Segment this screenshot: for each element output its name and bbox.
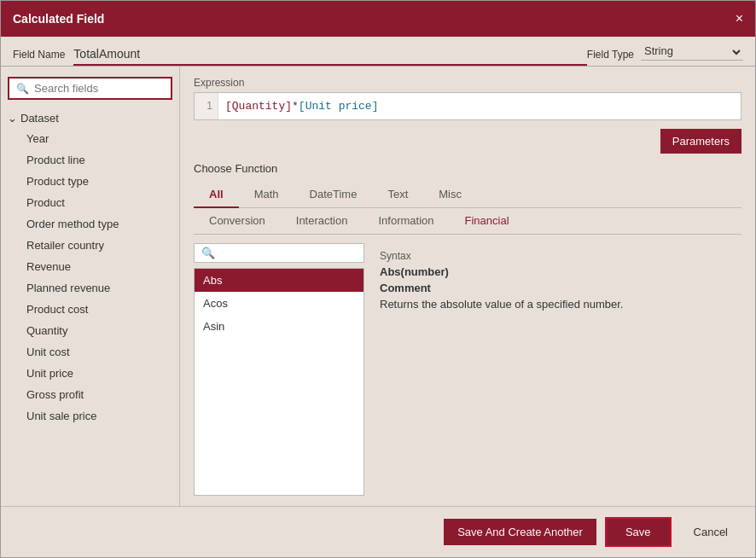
function-list-panel: 🔍 Abs Acos Asin [194, 243, 364, 496]
field-type-label: Field Type [587, 49, 634, 61]
title-bar: Calculated Field × [1, 1, 755, 37]
field-type-select[interactable]: String Integer Float Date Boolean [641, 44, 743, 61]
function-detail: Syntax Abs(number) Comment Returns the a… [373, 243, 741, 496]
field-name-label: Field Name [13, 49, 65, 66]
line-numbers: 1 [195, 93, 218, 119]
chevron-down-icon: ⌄ [8, 112, 17, 125]
tab-all[interactable]: All [194, 182, 239, 208]
save-button[interactable]: Save [605, 517, 672, 547]
expression-editor: 1 [Quantity]*[Unit price] [194, 92, 741, 120]
dialog-title: Calculated Field [13, 12, 104, 26]
syntax-label: Syntax [380, 250, 735, 262]
field-item[interactable]: Gross profit [8, 386, 172, 404]
tab-text[interactable]: Text [372, 182, 423, 208]
func-search-input[interactable] [218, 247, 357, 259]
func-list: Abs Acos Asin [194, 268, 364, 496]
field-item[interactable]: Planned revenue [8, 279, 172, 297]
expression-content[interactable]: [Quantity]*[Unit price] [218, 93, 741, 119]
dataset-header[interactable]: ⌄ Dataset [8, 110, 172, 126]
field-type-section: Field Type String Integer Float Date Boo… [587, 44, 743, 66]
func-item-acos[interactable]: Acos [195, 292, 363, 315]
syntax-value: Abs(number) [380, 265, 735, 278]
function-description: Returns the absolute value of a specifie… [380, 298, 735, 311]
expression-unit-price: [Unit price] [299, 100, 379, 113]
func-item-abs[interactable]: Abs [195, 269, 363, 292]
right-panel: Expression 1 [Quantity]*[Unit price] Par… [180, 67, 755, 506]
field-item[interactable]: Product line [8, 151, 172, 169]
field-name-input[interactable] [73, 47, 586, 66]
func-item-asin[interactable]: Asin [195, 315, 363, 338]
save-and-create-button[interactable]: Save And Create Another [444, 519, 596, 545]
dataset-label: Dataset [20, 112, 59, 125]
func-search-icon: 🔍 [201, 247, 215, 259]
expression-label: Expression [194, 77, 741, 89]
left-panel: 🔍 ⌄ Dataset Year Product line Product ty… [1, 67, 180, 506]
choose-function-section: Choose Function All Math DateTime Text M… [194, 162, 741, 496]
main-content: 🔍 ⌄ Dataset Year Product line Product ty… [1, 67, 755, 506]
expression-quantity: [Quantity] [225, 100, 292, 113]
func-search-box[interactable]: 🔍 [194, 243, 364, 263]
cancel-button[interactable]: Cancel [680, 519, 741, 545]
tab-interaction[interactable]: Interaction [281, 208, 363, 235]
tab-misc[interactable]: Misc [423, 182, 477, 208]
tab-math[interactable]: Math [239, 182, 294, 208]
tabs-row2: Conversion Interaction Information Finan… [194, 208, 741, 235]
tab-information[interactable]: Information [363, 208, 449, 235]
search-input[interactable] [34, 82, 177, 95]
tab-financial[interactable]: Financial [450, 208, 525, 235]
field-item[interactable]: Order method type [8, 215, 172, 233]
choose-function-label: Choose Function [194, 162, 741, 175]
tabs-row1: All Math DateTime Text Misc [194, 182, 741, 208]
field-item[interactable]: Unit price [8, 364, 172, 382]
function-body: 🔍 Abs Acos Asin Syntax Abs(number) Comme… [194, 243, 741, 496]
field-item[interactable]: Unit sale price [8, 407, 172, 425]
tab-conversion[interactable]: Conversion [194, 208, 281, 235]
field-item[interactable]: Product type [8, 172, 172, 190]
field-item[interactable]: Revenue [8, 258, 172, 276]
field-item[interactable]: Retailer country [8, 236, 172, 254]
field-item[interactable]: Year [8, 130, 172, 148]
parameters-button[interactable]: Parameters [660, 129, 741, 154]
field-item[interactable]: Product cost [8, 300, 172, 318]
field-item[interactable]: Unit cost [8, 343, 172, 361]
line-number: 1 [200, 100, 212, 112]
field-item[interactable]: Product [8, 194, 172, 212]
tab-datetime[interactable]: DateTime [294, 182, 373, 208]
field-name-row: Field Name Field Type String Integer Flo… [1, 37, 755, 67]
search-box[interactable]: 🔍 [8, 77, 172, 100]
calculated-field-dialog: Calculated Field × Field Name Field Type… [0, 0, 756, 558]
expression-section: Expression 1 [Quantity]*[Unit price] [194, 77, 741, 120]
comment-label: Comment [380, 282, 735, 294]
close-button[interactable]: × [736, 12, 743, 26]
footer: Save And Create Another Save Cancel [1, 506, 755, 557]
field-item[interactable]: Quantity [8, 322, 172, 340]
search-icon: 🔍 [16, 83, 29, 95]
